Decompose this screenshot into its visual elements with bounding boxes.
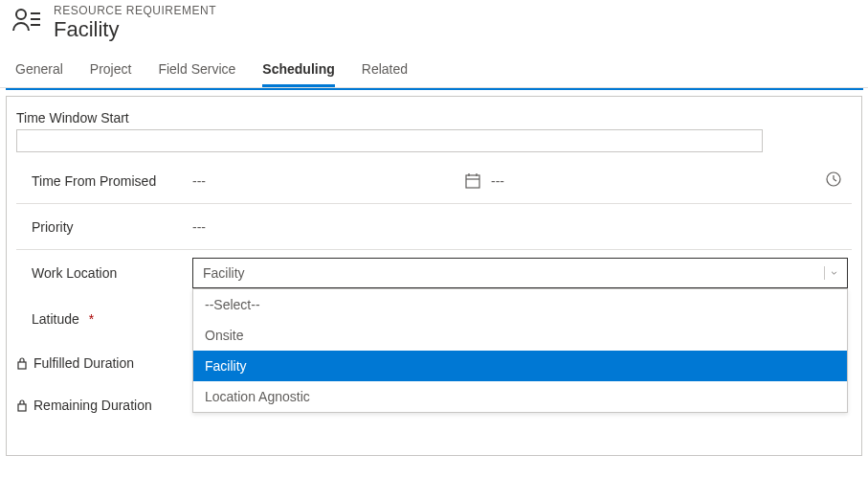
time-window-start-input[interactable] [16,129,763,152]
svg-rect-4 [466,175,479,188]
page-title: Facility [54,17,216,42]
tab-field-service[interactable]: Field Service [158,52,235,87]
lock-icon [16,399,28,412]
entity-icon [11,6,42,36]
tab-project[interactable]: Project [90,52,132,87]
priority-label: Priority [32,219,192,235]
page-header: RESOURCE REQUIREMENT Facility [0,0,868,52]
fulfilled-duration-label: Fulfilled Duration [33,355,134,371]
tab-underline [6,88,863,90]
tab-bar: General Project Field Service Scheduling… [0,52,868,88]
field-priority: Priority --- [16,204,852,250]
work-location-label: Work Location [32,265,192,281]
time-from-promised-time-value[interactable]: --- [491,173,504,189]
svg-rect-15 [18,404,26,411]
work-location-option-facility[interactable]: Facility [193,351,847,381]
lock-icon [16,356,28,370]
tab-general[interactable]: General [15,52,63,87]
clock-icon[interactable] [825,171,842,188]
svg-rect-14 [18,362,26,369]
required-indicator: * [89,311,94,327]
tab-related[interactable]: Related [362,52,408,87]
work-location-select[interactable]: Facility --Select-- Onsite Facility Loca… [192,258,848,288]
priority-value[interactable]: --- [192,219,206,235]
tab-scheduling[interactable]: Scheduling [262,52,334,87]
work-location-option-onsite[interactable]: Onsite [193,320,847,351]
work-location-value: Facility [203,265,245,281]
field-time-window-start: Time Window Start [16,110,852,152]
latitude-label: Latitude [32,311,79,327]
time-from-promised-label: Time From Promised [32,173,192,189]
time-from-promised-date-value[interactable]: --- [192,173,206,189]
work-location-option-select[interactable]: --Select-- [193,289,847,320]
chevron-down-icon [824,266,837,280]
field-work-location: Work Location Facility --Select-- Onsite… [16,250,852,296]
remaining-duration-label: Remaining Duration [33,398,152,413]
svg-line-13 [834,179,836,181]
time-window-start-label: Time Window Start [16,110,852,125]
work-location-dropdown: --Select-- Onsite Facility Location Agno… [192,288,848,413]
field-time-from-promised: Time From Promised --- --- [16,158,852,204]
form-panel: Time Window Start Time From Promised ---… [6,96,862,456]
svg-point-0 [16,10,26,19]
entity-type-label: RESOURCE REQUIREMENT [54,4,216,17]
calendar-icon[interactable] [464,172,481,190]
work-location-option-agnostic[interactable]: Location Agnostic [193,381,847,412]
